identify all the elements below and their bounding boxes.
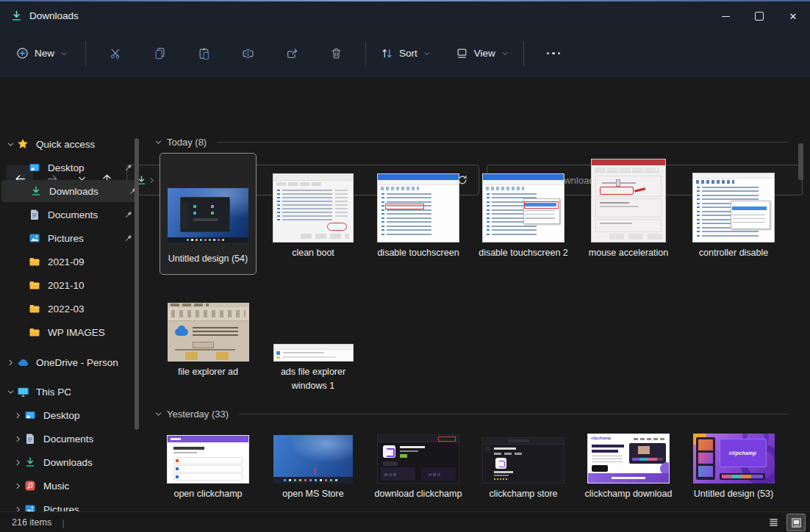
- scissors-icon: [110, 47, 122, 60]
- new-button[interactable]: New: [9, 40, 75, 67]
- sidebar-label: Desktop: [48, 162, 85, 173]
- view-button[interactable]: View: [448, 40, 516, 67]
- address-row: This PC Downloads: [0, 77, 810, 129]
- sidebar-item-folder-2021-09[interactable]: 2021-09: [0, 251, 134, 273]
- cut-button[interactable]: [101, 40, 130, 67]
- chevron-right-icon[interactable]: [12, 435, 24, 443]
- thumbnail-text: clipchamp: [591, 436, 611, 440]
- sidebar-label: 2021-10: [48, 280, 85, 291]
- file-item-controller-disable[interactable]: controller disable: [686, 154, 781, 260]
- share-button[interactable]: [277, 40, 307, 67]
- navigation-pane: Quick access Desktop Downloads Documents: [0, 129, 147, 532]
- delete-button[interactable]: [321, 40, 351, 67]
- new-button-label: New: [35, 48, 54, 59]
- pin-icon[interactable]: [123, 233, 134, 243]
- file-thumbnail: [168, 188, 248, 242]
- sidebar-item-this-pc-downloads[interactable]: Downloads: [0, 451, 134, 473]
- group-title: Yesterday (33): [167, 409, 234, 420]
- sidebar-item-this-pc-desktop[interactable]: Desktop: [0, 404, 134, 426]
- chevron-right-icon[interactable]: [12, 482, 24, 490]
- sidebar-label: Downloads: [49, 186, 98, 197]
- chevron-down-icon[interactable]: [154, 138, 162, 146]
- file-thumbnail: [168, 303, 249, 362]
- file-item-disable-touchscreen[interactable]: disable touchscreen: [370, 154, 466, 260]
- status-divider: |: [62, 517, 64, 528]
- monitor-icon: [16, 386, 29, 398]
- content-scrollbar[interactable]: [798, 143, 803, 180]
- folder-icon: [28, 303, 41, 314]
- maximize-button[interactable]: [742, 1, 776, 31]
- details-view-button[interactable]: [764, 514, 782, 530]
- pin-icon[interactable]: [123, 209, 134, 220]
- file-item-untitled-design-54[interactable]: Untitled design (54): [160, 153, 257, 275]
- ellipsis-icon: [547, 52, 561, 55]
- file-thumbnail: [273, 173, 354, 242]
- sidebar-item-quick-access[interactable]: Quick access: [0, 133, 134, 155]
- chevron-down-icon[interactable]: [4, 140, 16, 148]
- sidebar-item-onedrive[interactable]: OneDrive - Person: [0, 351, 134, 373]
- view-icon: [456, 47, 468, 60]
- see-more-button[interactable]: [539, 40, 568, 67]
- large-thumbnails-view-button[interactable]: [786, 514, 806, 531]
- chevron-down-icon[interactable]: [154, 410, 162, 418]
- file-thumbnail: [482, 173, 565, 242]
- copy-button[interactable]: [145, 40, 174, 67]
- sidebar-item-desktop-pinned[interactable]: Desktop: [0, 157, 134, 179]
- file-item-file-explorer-ad[interactable]: file explorer ad: [160, 295, 256, 379]
- pin-icon[interactable]: [123, 162, 134, 173]
- file-label: disable touchscreen 2: [473, 246, 573, 260]
- folder-icon: [28, 326, 41, 338]
- file-item-untitled-design-53[interactable]: clipchamp Untitled design (53): [686, 425, 781, 501]
- sidebar-item-this-pc[interactable]: This PC: [0, 381, 134, 403]
- chevron-right-icon[interactable]: [12, 411, 24, 420]
- window-title: Downloads: [29, 10, 79, 21]
- command-bar: New: [0, 29, 810, 77]
- sort-button[interactable]: Sort: [373, 40, 438, 67]
- sidebar-item-this-pc-music[interactable]: Music: [0, 475, 134, 497]
- sidebar-label: Documents: [48, 209, 98, 220]
- sidebar-item-folder-2022-03[interactable]: 2022-03: [0, 298, 134, 320]
- sidebar-item-pictures-pinned[interactable]: Pictures: [0, 227, 134, 249]
- music-icon: [24, 480, 37, 492]
- file-item-open-clickchamp[interactable]: open clickchamp: [160, 425, 256, 501]
- file-item-open-ms-store[interactable]: open MS Store: [265, 425, 361, 501]
- onedrive-cloud-icon: [16, 356, 29, 369]
- file-label: open MS Store: [263, 487, 363, 501]
- desktop-icon: [24, 409, 37, 421]
- sidebar-label: 2022-03: [48, 303, 85, 314]
- items-count: 216 items: [12, 517, 51, 528]
- group-divider: [217, 142, 788, 143]
- file-item-download-clickchamp[interactable]: download clickchamp: [370, 425, 466, 501]
- file-item-clickchamp-download[interactable]: clipchamp clickchamp download: [581, 425, 676, 501]
- file-label: disable touchscreen: [368, 246, 468, 260]
- sidebar-item-this-pc-documents[interactable]: Documents: [0, 428, 134, 450]
- group-title: Today (8): [167, 137, 212, 148]
- minimize-button[interactable]: [709, 1, 742, 31]
- group-header-today[interactable]: Today (8): [154, 135, 788, 148]
- file-item-disable-touchscreen-2[interactable]: disable touchscreen 2: [476, 154, 571, 260]
- document-icon: [28, 209, 41, 220]
- toolbar-separator: [523, 41, 524, 66]
- chevron-right-icon[interactable]: [12, 459, 24, 467]
- sidebar-item-documents-pinned[interactable]: Documents: [0, 204, 134, 226]
- sidebar-item-folder-2021-10[interactable]: 2021-10: [0, 274, 134, 296]
- sidebar-item-downloads-pinned[interactable]: Downloads: [1, 180, 138, 202]
- file-item-clickchamp-store[interactable]: clickchamp store: [476, 425, 571, 501]
- paste-button[interactable]: [189, 40, 218, 67]
- chevron-right-icon[interactable]: [4, 359, 16, 367]
- close-button[interactable]: ✕: [776, 1, 810, 31]
- sidebar-label: Documents: [43, 434, 93, 445]
- sidebar-scrollbar[interactable]: [135, 138, 139, 430]
- sidebar-item-folder-wp-images[interactable]: WP IMAGES: [0, 321, 134, 343]
- view-button-label: View: [474, 48, 495, 59]
- file-item-ads-file-explorer-windows-1[interactable]: ads file explorer windows 1: [265, 295, 361, 393]
- file-label: open clickchamp: [158, 487, 258, 501]
- folder-icon: [28, 279, 41, 291]
- rename-button[interactable]: [233, 40, 262, 67]
- group-header-yesterday[interactable]: Yesterday (33): [154, 407, 788, 420]
- file-thumbnail: [167, 435, 249, 484]
- file-item-clean-boot[interactable]: clean boot: [265, 154, 361, 260]
- file-item-mouse-acceleration[interactable]: mouse acceleration: [581, 154, 676, 260]
- sidebar-label: OneDrive - Person: [36, 357, 118, 368]
- chevron-down-icon[interactable]: [4, 388, 16, 396]
